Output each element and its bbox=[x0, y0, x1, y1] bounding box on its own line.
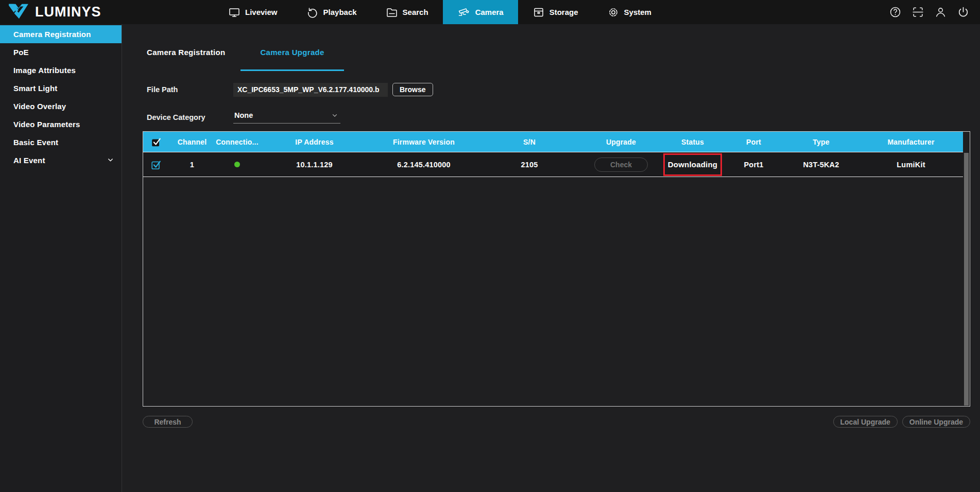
cell-upgrade: Check bbox=[581, 157, 661, 172]
nav-item-liveview[interactable]: Liveview bbox=[214, 0, 292, 24]
power-icon[interactable] bbox=[957, 6, 970, 19]
col-header-firmware-version: Firmware Version bbox=[370, 138, 478, 146]
table-row: 1 10.1.1.129 6.2.145.410000 2105 Check D… bbox=[143, 152, 963, 177]
col-header-type: Type bbox=[783, 138, 859, 146]
device-category-select[interactable]: None bbox=[233, 111, 340, 124]
nav-label: System bbox=[624, 8, 651, 16]
cell-ip-address: 10.1.1.129 bbox=[259, 161, 370, 169]
device-category-row: Device Category None bbox=[147, 111, 340, 124]
playback-icon bbox=[306, 6, 319, 19]
monitor-icon bbox=[228, 6, 240, 19]
local-upgrade-button[interactable]: Local Upgrade bbox=[833, 416, 898, 428]
nvr-app-window: LUMINYS Liveview Playback bbox=[0, 0, 980, 492]
brand-logo: LUMINYS bbox=[7, 3, 101, 22]
sidebar-item-camera-registration[interactable]: Camera Registration bbox=[0, 25, 122, 43]
nav-label: Storage bbox=[549, 8, 578, 16]
nav-label: Liveview bbox=[245, 8, 278, 16]
cell-port: Port1 bbox=[724, 161, 783, 169]
table-header-row: Channel Connectio... IP Address Firmware… bbox=[143, 132, 963, 152]
footer-left-actions: Refresh bbox=[143, 416, 193, 428]
sidebar-item-video-parameters[interactable]: Video Parameters bbox=[0, 115, 122, 133]
luminys-logo-icon bbox=[7, 3, 30, 22]
col-header-upgrade: Upgrade bbox=[581, 138, 661, 146]
status-text: Downloading bbox=[668, 160, 717, 169]
col-header-status: Status bbox=[661, 138, 724, 146]
brand-name: LUMINYS bbox=[35, 4, 101, 20]
cell-type: N3T-5KA2 bbox=[783, 161, 859, 169]
table-scrollbar-thumb[interactable] bbox=[964, 153, 969, 406]
cell-connection bbox=[215, 162, 259, 167]
nav-label: Search bbox=[403, 8, 428, 16]
cell-channel: 1 bbox=[169, 161, 215, 169]
file-path-input[interactable] bbox=[233, 83, 388, 97]
select-all-checkbox[interactable] bbox=[143, 136, 169, 148]
sidebar-item-label: PoE bbox=[13, 48, 29, 57]
check-button[interactable]: Check bbox=[594, 157, 648, 172]
cell-sn: 2105 bbox=[478, 161, 581, 169]
camera-upgrade-table: Channel Connectio... IP Address Firmware… bbox=[143, 131, 970, 407]
row-checkbox[interactable] bbox=[143, 159, 169, 170]
content-tabs: Camera Registration Camera Upgrade bbox=[147, 48, 324, 71]
nav-utility-group bbox=[889, 0, 970, 24]
cell-firmware-version: 6.2.145.410000 bbox=[370, 161, 478, 169]
nav-item-search[interactable]: Search bbox=[371, 0, 443, 24]
col-header-manufacturer: Manufacturer bbox=[859, 138, 963, 146]
sidebar-item-label: Image Attributes bbox=[13, 66, 76, 75]
nav-label: Camera bbox=[475, 8, 504, 16]
cctv-camera-icon bbox=[457, 6, 471, 19]
sidebar-item-basic-event[interactable]: Basic Event bbox=[0, 133, 122, 151]
cell-status: Downloading bbox=[661, 153, 724, 176]
col-header-ip-address: IP Address bbox=[259, 138, 370, 146]
status-highlight-box: Downloading bbox=[663, 153, 722, 176]
sidebar-item-label: Video Overlay bbox=[13, 102, 66, 111]
main-content: Camera Registration Camera Upgrade File … bbox=[123, 24, 980, 492]
device-category-value: None bbox=[234, 111, 253, 119]
sidebar-item-label: Camera Registration bbox=[13, 30, 91, 39]
device-category-label: Device Category bbox=[147, 113, 233, 121]
sidebar-item-label: Smart Light bbox=[13, 84, 58, 93]
nav-item-system[interactable]: System bbox=[593, 0, 666, 24]
col-header-channel: Channel bbox=[169, 138, 215, 146]
online-status-dot bbox=[234, 162, 240, 167]
file-path-row: File Path Browse bbox=[147, 82, 433, 97]
sidebar-item-image-attributes[interactable]: Image Attributes bbox=[0, 61, 122, 79]
chevron-down-icon bbox=[331, 112, 338, 119]
cell-manufacturer: LumiKit bbox=[859, 161, 963, 169]
browse-button[interactable]: Browse bbox=[392, 83, 433, 96]
nav-label: Playback bbox=[323, 8, 357, 16]
col-header-sn: S/N bbox=[478, 138, 581, 146]
file-path-label: File Path bbox=[147, 85, 233, 94]
nav-item-playback[interactable]: Playback bbox=[292, 0, 371, 24]
nav-item-storage[interactable]: Storage bbox=[518, 0, 593, 24]
fullscreen-icon[interactable] bbox=[912, 6, 924, 19]
gear-icon bbox=[607, 6, 620, 19]
help-icon[interactable] bbox=[889, 6, 902, 19]
sidebar-item-video-overlay[interactable]: Video Overlay bbox=[0, 97, 122, 115]
storage-box-icon bbox=[532, 6, 545, 19]
sidebar-item-label: Video Parameters bbox=[13, 120, 80, 129]
tab-camera-registration[interactable]: Camera Registration bbox=[147, 48, 225, 71]
main-menu: Liveview Playback Search bbox=[214, 0, 666, 24]
user-icon[interactable] bbox=[934, 6, 947, 19]
sidebar: Camera Registration PoE Image Attributes… bbox=[0, 24, 122, 492]
sidebar-item-label: AI Event bbox=[13, 156, 45, 165]
online-upgrade-button[interactable]: Online Upgrade bbox=[902, 416, 970, 428]
tab-camera-upgrade[interactable]: Camera Upgrade bbox=[260, 48, 324, 71]
sidebar-item-smart-light[interactable]: Smart Light bbox=[0, 79, 122, 97]
search-folder-icon bbox=[386, 6, 398, 19]
chevron-down-icon bbox=[107, 156, 114, 165]
col-header-port: Port bbox=[724, 138, 783, 146]
sidebar-item-label: Basic Event bbox=[13, 138, 58, 147]
refresh-button[interactable]: Refresh bbox=[143, 416, 193, 428]
sidebar-item-ai-event[interactable]: AI Event bbox=[0, 151, 122, 169]
sidebar-item-poe[interactable]: PoE bbox=[0, 43, 122, 61]
nav-item-camera[interactable]: Camera bbox=[443, 0, 518, 24]
footer-right-actions: Local Upgrade Online Upgrade bbox=[833, 416, 970, 428]
table-scrollbar-track bbox=[963, 152, 970, 406]
col-header-connection: Connectio... bbox=[215, 138, 259, 146]
top-nav-bar: LUMINYS Liveview Playback bbox=[0, 0, 980, 24]
